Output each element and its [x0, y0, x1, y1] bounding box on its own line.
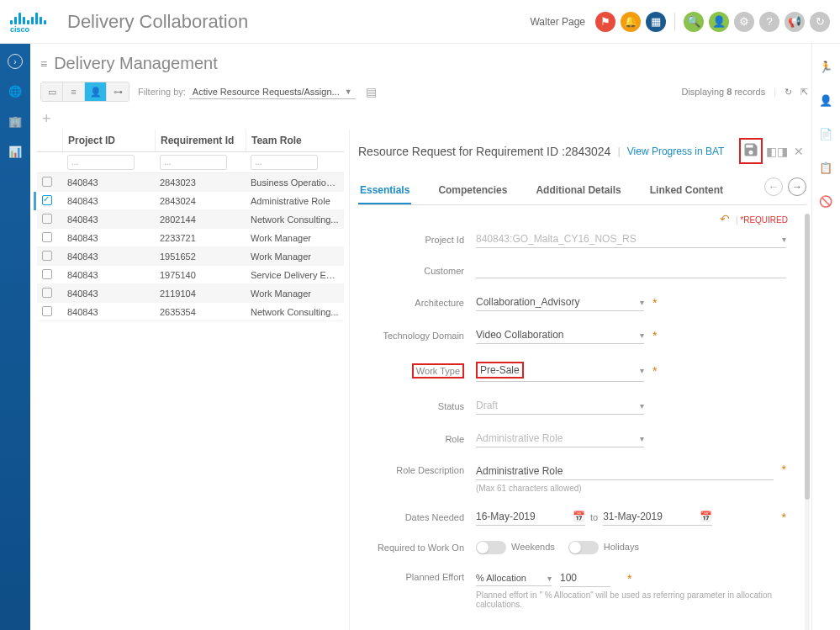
- speaker-icon[interactable]: 📢: [785, 12, 805, 32]
- export-icon[interactable]: ⇱: [800, 87, 808, 98]
- cell-team-role: Work Manager: [246, 251, 344, 262]
- table-row[interactable]: 8408432843024Administrative Role: [37, 192, 344, 210]
- view-tree-button[interactable]: ⊶: [107, 82, 129, 101]
- nav-building-icon[interactable]: 🏢: [7, 113, 24, 130]
- label-architecture: Architecture: [362, 298, 464, 308]
- rn-person-icon[interactable]: 👤: [819, 94, 834, 109]
- tab-prev-button[interactable]: ←: [764, 177, 783, 196]
- filter-config-icon[interactable]: ▤: [364, 84, 379, 99]
- table-row[interactable]: 8408432802144Network Consulting...: [37, 210, 344, 229]
- rn-disable-icon[interactable]: 🚫: [819, 195, 834, 210]
- app-title: Delivery Collaboration: [67, 11, 248, 33]
- row-checkbox[interactable]: [42, 269, 52, 279]
- table-row[interactable]: 8408432635354Network Consulting...: [37, 303, 344, 321]
- label-status: Status: [362, 401, 464, 411]
- view-person-button[interactable]: 👤: [85, 82, 107, 101]
- table-row[interactable]: 8408431951652Work Manager: [37, 247, 344, 266]
- table-row[interactable]: 8408432119104Work Manager: [37, 284, 344, 303]
- rn-person-run-icon[interactable]: 🏃: [819, 61, 834, 76]
- view-card-button[interactable]: ▭: [41, 82, 63, 101]
- panel-title: Resource Request for Requirement ID :284…: [358, 145, 610, 158]
- close-panel-icon[interactable]: ✕: [791, 144, 806, 159]
- field-date-to[interactable]: 31-May-2019📅: [603, 508, 712, 526]
- filter-team-role[interactable]: ...: [251, 155, 318, 170]
- required-star: *: [782, 463, 786, 476]
- user-icon[interactable]: 👤: [709, 12, 729, 32]
- col-requirement-id[interactable]: Requirement Id: [155, 130, 246, 151]
- row-checkbox[interactable]: [42, 177, 52, 187]
- rn-doc-icon[interactable]: 📄: [819, 128, 834, 143]
- row-checkbox[interactable]: [42, 195, 52, 205]
- undo-icon[interactable]: ↶: [720, 212, 730, 225]
- filter-label: Filtering by:: [138, 87, 186, 97]
- search-icon[interactable]: 🔍: [684, 12, 704, 32]
- calendar-from-icon[interactable]: 📅: [573, 511, 585, 522]
- cell-team-role: Network Consulting...: [246, 214, 344, 225]
- col-project-id[interactable]: Project ID: [62, 130, 155, 151]
- required-label: *REQUIRED: [740, 215, 788, 225]
- grid: Project ID Requirement Id Team Role ... …: [37, 130, 344, 630]
- field-architecture[interactable]: Collaboration_Advisory▾: [476, 294, 644, 311]
- field-work-type[interactable]: Pre-Sale▾: [476, 359, 644, 382]
- gear-icon[interactable]: ⚙: [734, 12, 754, 32]
- table-row[interactable]: 8408432843023Business Operation...: [37, 173, 344, 192]
- field-status[interactable]: Draft▾: [476, 397, 644, 415]
- label-work-type: Work Type: [412, 363, 464, 379]
- col-team-role[interactable]: Team Role: [246, 130, 344, 151]
- user-name[interactable]: Walter Page: [530, 16, 585, 28]
- field-tech-domain[interactable]: Video Collaboration▾: [476, 326, 644, 344]
- bell-icon[interactable]: 🔔: [621, 12, 641, 32]
- nav-chart-icon[interactable]: 📊: [7, 143, 24, 160]
- flag-icon[interactable]: ⚑: [595, 12, 615, 32]
- help-icon[interactable]: ?: [759, 12, 779, 32]
- rn-list-icon[interactable]: 📋: [819, 161, 834, 177]
- add-row-button[interactable]: +: [42, 110, 811, 128]
- required-star: *: [652, 329, 657, 342]
- filter-dropdown[interactable]: Active Resource Requests/Assign...▼: [189, 85, 356, 99]
- row-checkbox[interactable]: [42, 251, 52, 261]
- tab-additional-details[interactable]: Additional Details: [534, 177, 622, 204]
- table-row[interactable]: 8408431975140Service Delivery Exe...: [37, 266, 344, 284]
- tab-competencies[interactable]: Competencies: [436, 177, 509, 204]
- filter-requirement-id[interactable]: ...: [160, 155, 227, 170]
- layout-toggle-icon[interactable]: ◧◨: [769, 144, 785, 159]
- table-row[interactable]: 8408432233721Work Manager: [37, 229, 344, 247]
- calendar-to-icon[interactable]: 📅: [700, 511, 712, 522]
- label-role-desc: Role Description: [362, 463, 464, 475]
- field-role-desc[interactable]: Administrative Role: [476, 463, 774, 480]
- calendar-icon[interactable]: ▦: [646, 12, 666, 32]
- toggle-holidays[interactable]: [568, 541, 599, 554]
- row-checkbox[interactable]: [42, 232, 52, 242]
- cell-requirement-id: 2843024: [155, 196, 246, 206]
- filter-project-id[interactable]: ...: [67, 155, 135, 170]
- label-dates: Dates Needed: [362, 512, 464, 522]
- view-list-button[interactable]: ≡: [63, 82, 85, 101]
- view-progress-link[interactable]: View Progress in BAT: [627, 146, 725, 157]
- label-project-id: Project Id: [362, 235, 464, 245]
- field-planned-value[interactable]: 100: [560, 569, 610, 587]
- cell-requirement-id: 2233721: [155, 233, 246, 243]
- nav-expand-icon[interactable]: ›: [8, 54, 23, 69]
- breadcrumb-icon: ≡: [40, 57, 47, 71]
- panel-vertical-scrollbar[interactable]: [805, 214, 810, 630]
- field-planned-mode[interactable]: % Allocation▾: [476, 570, 552, 586]
- field-customer[interactable]: [476, 263, 786, 278]
- field-project-id[interactable]: 840843:GO_Malta_CY16_NOS_RS▾: [476, 230, 786, 248]
- field-role[interactable]: Administrative Role▾: [476, 430, 644, 447]
- toggle-weekends[interactable]: [476, 541, 506, 554]
- row-checkbox[interactable]: [42, 288, 52, 298]
- refresh-icon[interactable]: ↻: [810, 12, 830, 32]
- nav-globe-icon[interactable]: 🌐: [7, 82, 24, 99]
- row-checkbox[interactable]: [42, 306, 52, 316]
- refresh-grid-icon[interactable]: ↻: [785, 87, 792, 98]
- save-icon[interactable]: [742, 141, 759, 158]
- cell-project-id: 840843: [62, 270, 155, 280]
- tab-next-button[interactable]: →: [788, 177, 806, 196]
- row-checkbox[interactable]: [42, 214, 52, 224]
- field-date-from[interactable]: 16-May-2019📅: [476, 508, 585, 526]
- cisco-logo: cisco: [10, 11, 52, 33]
- tab-essentials[interactable]: Essentials: [358, 177, 411, 204]
- cell-requirement-id: 2119104: [155, 289, 246, 299]
- tab-linked-content[interactable]: Linked Content: [648, 177, 725, 204]
- cell-requirement-id: 2802144: [155, 214, 246, 225]
